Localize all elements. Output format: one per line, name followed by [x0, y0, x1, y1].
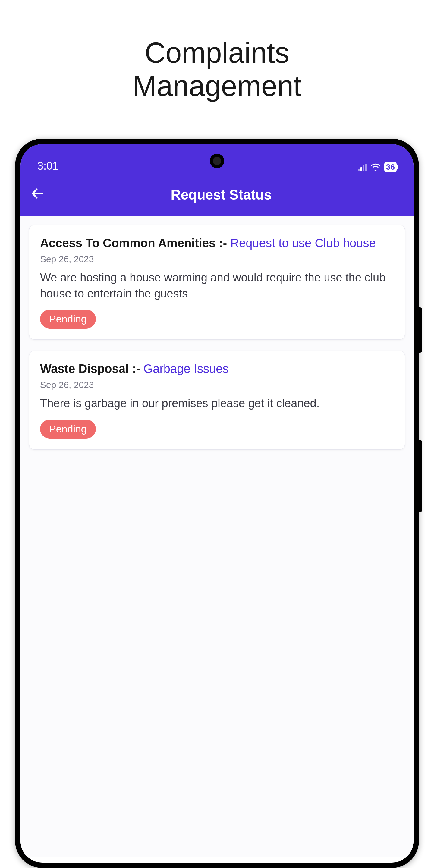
- battery-level: 36: [386, 162, 395, 172]
- request-date: Sep 26, 2023: [40, 254, 394, 264]
- phone-side-button-2: [419, 440, 422, 513]
- phone-screen: 3:01 36 Request Status Access To Com: [21, 144, 413, 863]
- arrow-left-icon: [30, 186, 44, 201]
- app-bar: Request Status: [21, 177, 413, 216]
- back-button[interactable]: [30, 186, 44, 203]
- status-badge: Pending: [40, 420, 96, 438]
- content-area[interactable]: Access To Common Amenities :- Request to…: [21, 216, 413, 857]
- wifi-icon: [370, 163, 381, 171]
- status-right: 36: [358, 162, 397, 173]
- card-title: Access To Common Amenities :- Request to…: [40, 235, 394, 251]
- request-category: Waste Disposal :-: [40, 362, 144, 375]
- status-time: 3:01: [37, 160, 59, 173]
- status-badge: Pending: [40, 310, 96, 329]
- heading-line-2: Management: [133, 70, 301, 102]
- request-description: There is garbage in our premises please …: [40, 396, 394, 411]
- request-subject: Garbage Issues: [144, 362, 228, 375]
- request-date: Sep 26, 2023: [40, 380, 394, 390]
- page-heading: Complaints Management: [0, 36, 434, 103]
- request-subject: Request to use Club house: [230, 236, 376, 250]
- signal-icon: [358, 163, 367, 172]
- heading-line-1: Complaints: [145, 36, 289, 69]
- app-title: Request Status: [57, 187, 386, 203]
- request-description: We are hosting a house warming and would…: [40, 270, 394, 302]
- camera-notch: [210, 154, 224, 168]
- card-title: Waste Disposal :- Garbage Issues: [40, 361, 394, 377]
- request-card-1[interactable]: Waste Disposal :- Garbage Issues Sep 26,…: [29, 350, 405, 450]
- phone-side-button-1: [419, 307, 422, 352]
- request-card-0[interactable]: Access To Common Amenities :- Request to…: [29, 225, 405, 340]
- request-category: Access To Common Amenities :-: [40, 236, 230, 250]
- phone-frame: 3:01 36 Request Status Access To Com: [15, 138, 419, 868]
- battery-icon: 36: [384, 162, 397, 173]
